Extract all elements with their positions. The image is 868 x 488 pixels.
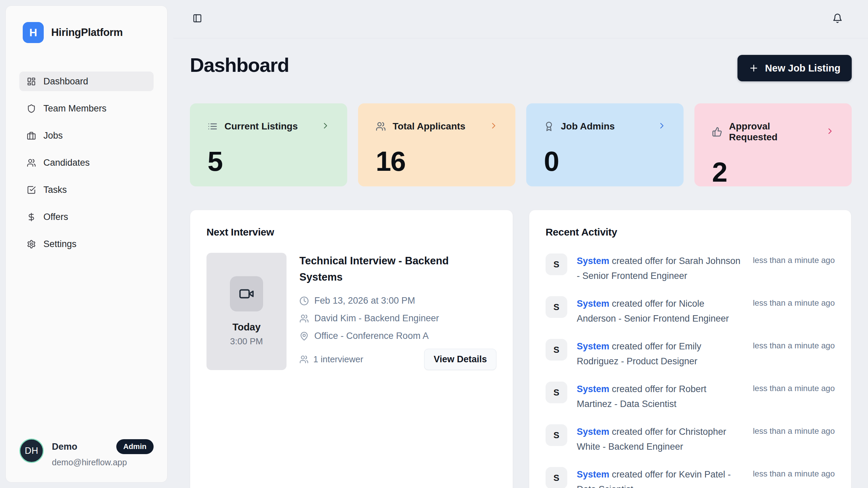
briefcase-icon: [27, 131, 36, 140]
stat-value: 2: [712, 156, 835, 188]
activity-text: System created offer for Kevin Patel -Da…: [577, 467, 753, 488]
activity-actor: System: [577, 469, 609, 480]
stats-row: Current Listings 5 Total Applicants 16 J…: [190, 103, 852, 186]
stat-card-total-applicants[interactable]: Total Applicants 16: [358, 103, 515, 186]
chevron-right-icon: [321, 121, 330, 132]
next-interview-title: Next Interview: [206, 226, 496, 238]
activity-actor: System: [577, 256, 609, 266]
interview-candidate: David Kim - Backend Engineer: [314, 313, 439, 324]
sidebar-item-label: Settings: [43, 239, 77, 249]
interview-datetime-row: Feb 13, 2026 at 3:00 PM: [299, 296, 496, 306]
clock-icon: [299, 296, 309, 306]
role-badge: Admin: [116, 439, 154, 454]
activity-avatar: S: [546, 339, 567, 361]
award-icon: [544, 121, 554, 131]
next-interview-card: Next Interview Today 3:00 PM Technical I…: [190, 210, 513, 488]
activity-text: System created offer for EmilyRodriguez …: [577, 339, 753, 369]
shield-icon: [27, 104, 36, 113]
stat-card-current-listings[interactable]: Current Listings 5: [190, 103, 347, 186]
activity-avatar: S: [546, 296, 567, 318]
activity-actor: System: [577, 384, 609, 394]
activity-text: System created offer for NicoleAnderson …: [577, 296, 753, 326]
sidebar-item-label: Team Members: [43, 103, 106, 114]
sidebar-item-tasks[interactable]: Tasks: [19, 180, 154, 200]
list-icon: [208, 121, 218, 131]
sidebar: H HiringPlatform Dashboard Team Members …: [5, 5, 167, 483]
video-camera-icon: [239, 286, 254, 302]
brand-logo-letter: H: [29, 26, 37, 39]
activity-list: S System created offer for Sarah Johnson…: [546, 253, 835, 488]
recent-activity-card: Recent Activity S System created offer f…: [529, 210, 851, 488]
brand-logo: H: [23, 22, 44, 43]
recent-activity-title: Recent Activity: [546, 226, 835, 238]
activity-item: S System created offer for RobertMartine…: [546, 382, 835, 411]
gear-icon: [27, 240, 36, 249]
stat-card-job-admins[interactable]: Job Admins 0: [526, 103, 684, 186]
check-square-icon: [27, 185, 36, 195]
activity-timestamp: less than a minute ago: [753, 467, 835, 479]
activity-avatar: S: [546, 424, 567, 446]
notifications-button[interactable]: [830, 11, 845, 26]
interview-datetime: Feb 13, 2026 at 3:00 PM: [314, 296, 415, 306]
thumbs-up-icon: [712, 127, 722, 137]
user-email: demo@hireflow.app: [52, 458, 154, 467]
activity-actor: System: [577, 341, 609, 351]
activity-item: S System created offer for ChristopherWh…: [546, 424, 835, 454]
activity-actor: System: [577, 427, 609, 437]
interview-thumbnail: Today 3:00 PM: [206, 253, 287, 370]
chevron-right-icon: [489, 121, 498, 132]
stat-label: Job Admins: [561, 121, 615, 132]
sidebar-item-label: Offers: [43, 212, 68, 222]
interview-location-row: Office - Conference Room A: [299, 331, 496, 341]
brand: H HiringPlatform: [19, 22, 154, 43]
interview-location: Office - Conference Room A: [314, 331, 429, 341]
new-job-listing-button[interactable]: New Job Listing: [737, 55, 852, 81]
interview-job-title: Technical Interview - Backend Systems: [299, 253, 469, 285]
chevron-right-icon: [825, 126, 835, 137]
stat-value: 5: [208, 145, 330, 177]
page-title: Dashboard: [190, 54, 289, 76]
panel-left-icon: [193, 14, 202, 23]
activity-text: System created offer for ChristopherWhit…: [577, 424, 753, 454]
sidebar-item-label: Jobs: [43, 130, 63, 141]
sidebar-item-settings[interactable]: Settings: [19, 234, 154, 254]
stat-card-approval-requested[interactable]: Approval Requested 2: [694, 103, 852, 186]
sidebar-item-dashboard[interactable]: Dashboard: [19, 72, 154, 91]
stat-label: Total Applicants: [393, 121, 466, 132]
sidebar-user[interactable]: DH Demo Admin demo@hireflow.app: [19, 439, 154, 467]
activity-item: S System created offer for Sarah Johnson…: [546, 253, 835, 283]
users-icon: [376, 121, 386, 131]
brand-name: HiringPlatform: [51, 26, 123, 39]
activity-item: S System created offer for EmilyRodrigue…: [546, 339, 835, 369]
stat-label: Approval Requested: [729, 121, 818, 143]
activity-item: S System created offer for NicoleAnderso…: [546, 296, 835, 326]
sidebar-item-label: Tasks: [43, 185, 67, 195]
activity-timestamp: less than a minute ago: [753, 253, 835, 265]
interview-day: Today: [232, 322, 260, 333]
users-icon: [27, 158, 36, 167]
activity-item: S System created offer for Kevin Patel -…: [546, 467, 835, 488]
view-details-button[interactable]: View Details: [424, 349, 496, 370]
sidebar-item-jobs[interactable]: Jobs: [19, 126, 154, 145]
video-icon-box: [230, 276, 263, 311]
new-job-listing-label: New Job Listing: [765, 63, 840, 74]
activity-avatar: S: [546, 467, 567, 488]
chevron-right-icon: [657, 121, 667, 132]
activity-avatar: S: [546, 382, 567, 403]
activity-timestamp: less than a minute ago: [753, 296, 835, 308]
stat-value: 0: [544, 145, 667, 177]
sidebar-nav: Dashboard Team Members Jobs Candidates T…: [19, 72, 154, 254]
interviewer-count: 1 interviewer: [299, 354, 363, 365]
sidebar-user-info: Demo Admin demo@hireflow.app: [52, 439, 154, 467]
avatar: DH: [19, 439, 44, 463]
activity-timestamp: less than a minute ago: [753, 382, 835, 393]
map-pin-icon: [299, 331, 309, 341]
sidebar-toggle-button[interactable]: [190, 11, 205, 26]
dollar-icon: [27, 212, 36, 222]
sidebar-item-offers[interactable]: Offers: [19, 207, 154, 227]
sidebar-item-label: Candidates: [43, 158, 90, 168]
users-icon: [299, 314, 309, 323]
user-name: Demo: [52, 442, 77, 452]
sidebar-item-candidates[interactable]: Candidates: [19, 153, 154, 172]
sidebar-item-team-members[interactable]: Team Members: [19, 99, 154, 118]
